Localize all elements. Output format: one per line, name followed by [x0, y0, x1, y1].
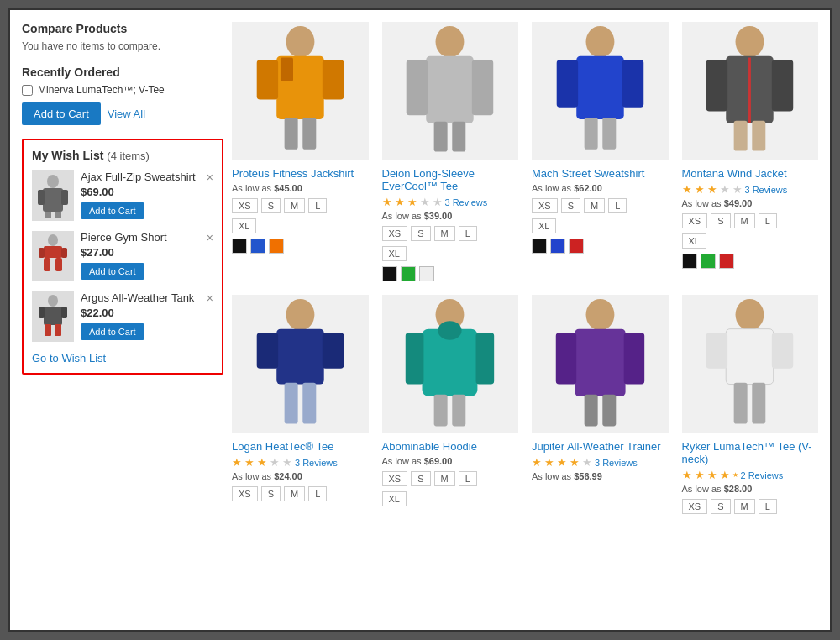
svg-rect-67	[734, 382, 748, 423]
color-white-1[interactable]	[419, 266, 434, 281]
size-m-0[interactable]: M	[284, 198, 305, 213]
svg-rect-1	[43, 188, 63, 212]
size-s-3[interactable]: S	[711, 213, 730, 228]
star-7-2: ★	[695, 469, 705, 481]
reviews-link-7[interactable]: 2 Reviews	[741, 470, 784, 480]
product-name-3[interactable]: Montana Wind Jacket	[682, 167, 819, 180]
size-options-3: XS S M L	[682, 213, 819, 228]
compare-section: Compare Products You have no items to co…	[22, 22, 223, 52]
wish-item-2-remove[interactable]: ×	[207, 231, 213, 244]
size-s-7[interactable]: S	[711, 499, 730, 514]
color-orange-0[interactable]	[269, 239, 284, 254]
price-label-0: As low as $45.00	[232, 183, 369, 193]
color-black-0[interactable]	[232, 239, 247, 254]
color-blue-2[interactable]	[550, 239, 565, 254]
product-image-1	[382, 22, 519, 160]
svg-rect-48	[284, 382, 297, 423]
size-xl-0[interactable]: XL	[232, 218, 256, 233]
size-xl-5[interactable]: XL	[382, 491, 407, 506]
svg-rect-16	[45, 324, 51, 336]
color-green-1[interactable]	[401, 266, 416, 281]
size-xs-4[interactable]: XS	[232, 486, 258, 501]
product-name-6[interactable]: Jupiter All-Weather Trainer	[532, 440, 669, 453]
star-4-5: ★	[282, 456, 292, 469]
svg-rect-7	[44, 246, 62, 258]
size-xl-2[interactable]: XL	[532, 218, 556, 233]
color-black-2[interactable]	[532, 239, 547, 254]
size-l-1[interactable]: L	[459, 226, 477, 241]
size-l-3[interactable]: L	[759, 213, 777, 228]
view-all-link[interactable]: View All	[108, 108, 145, 120]
wish-list-box: My Wish List (4 items)	[22, 139, 223, 375]
product-image-2	[532, 22, 669, 160]
size-xs-3[interactable]: XS	[682, 213, 708, 228]
wish-item-3-remove[interactable]: ×	[207, 291, 213, 305]
reviews-link-6[interactable]: 3 Reviews	[595, 458, 638, 468]
product-name-2[interactable]: Mach Street Sweatshirt	[532, 167, 669, 180]
stars-4: ★ ★ ★ ★ ★ 3 Reviews	[232, 456, 369, 469]
svg-rect-68	[753, 382, 766, 423]
svg-rect-53	[476, 333, 495, 384]
recently-ordered-item-name: Minerva LumaTech™; V-Tee	[38, 84, 165, 96]
size-l-2[interactable]: L	[608, 198, 627, 213]
product-name-7[interactable]: Ryker LumaTech™ Tee (V-neck)	[682, 440, 819, 465]
star-4-2: ★	[244, 456, 255, 469]
svg-rect-28	[472, 60, 493, 115]
color-red-3[interactable]	[719, 254, 734, 269]
color-black-1[interactable]	[382, 266, 397, 281]
size-l-4[interactable]: L	[308, 486, 327, 501]
wish-item-1-price: $69.00	[81, 186, 213, 198]
size-xl-3[interactable]: XL	[682, 233, 706, 249]
size-options-5: XS S M L	[382, 471, 519, 486]
size-xs-2[interactable]: XS	[532, 198, 558, 213]
size-s-0[interactable]: S	[261, 198, 281, 213]
wish-item-1-add-cart[interactable]: Add to Cart	[81, 202, 144, 219]
color-green-3[interactable]	[701, 254, 716, 269]
size-xs-7[interactable]: XS	[682, 499, 708, 514]
size-m-5[interactable]: M	[434, 471, 455, 486]
wish-item-2-add-cart[interactable]: Add to Cart	[81, 263, 144, 280]
product-name-0[interactable]: Proteus Fitness Jackshirt	[232, 167, 369, 180]
size-l-0[interactable]: L	[308, 198, 327, 213]
color-blue-0[interactable]	[250, 239, 265, 254]
size-m-3[interactable]: M	[734, 213, 755, 228]
size-m-1[interactable]: M	[434, 226, 455, 241]
product-name-1[interactable]: Deion Long-Sleeve EverCool™ Tee	[382, 167, 519, 192]
size-m-2[interactable]: M	[584, 198, 605, 213]
reviews-link-1[interactable]: 3 Reviews	[445, 197, 488, 207]
size-options-5b: XL	[382, 491, 519, 506]
size-m-7[interactable]: M	[734, 499, 755, 514]
price-label-6: As low as $56.99	[532, 471, 669, 481]
wish-item-1-remove[interactable]: ×	[207, 170, 213, 184]
wish-item-3-add-cart[interactable]: Add to Cart	[81, 323, 144, 340]
star-3-5: ★	[732, 183, 743, 196]
size-s-2[interactable]: S	[561, 198, 580, 213]
size-xs-1[interactable]: XS	[382, 226, 408, 241]
size-xs-5[interactable]: XS	[382, 471, 408, 486]
size-xs-0[interactable]: XS	[232, 198, 258, 213]
product-name-4[interactable]: Logan HeatTec® Tee	[232, 440, 369, 453]
svg-rect-2	[38, 190, 45, 205]
product-name-5[interactable]: Abominable Hoodie	[382, 440, 519, 453]
size-s-5[interactable]: S	[411, 471, 430, 486]
color-red-2[interactable]	[569, 239, 584, 254]
svg-rect-13	[44, 307, 62, 325]
wish-item-1-info: Ajax Full-Zip Sweatshirt $69.00 Add to C…	[81, 170, 213, 219]
size-s-4[interactable]: S	[261, 486, 281, 501]
size-l-5[interactable]: L	[459, 471, 477, 486]
color-black-3[interactable]	[682, 254, 697, 269]
size-m-4[interactable]: M	[284, 486, 305, 501]
go-to-wish-list-link[interactable]: Go to Wish List	[32, 352, 213, 365]
reviews-link-4[interactable]: 3 Reviews	[295, 458, 338, 468]
size-xl-1[interactable]: XL	[382, 246, 407, 261]
size-s-1[interactable]: S	[411, 226, 430, 241]
recently-ordered-checkbox[interactable]	[22, 85, 33, 96]
reviews-link-3[interactable]: 3 Reviews	[745, 185, 788, 195]
add-to-cart-button[interactable]: Add to Cart	[22, 102, 101, 125]
stars-7: ★ ★ ★ ★ ★ 2 Reviews	[682, 469, 819, 481]
svg-point-31	[585, 25, 614, 57]
star-3-1: ★	[682, 183, 692, 196]
size-l-7[interactable]: L	[759, 499, 777, 514]
svg-rect-11	[61, 248, 67, 258]
wish-item-2-name: Pierce Gym Short	[81, 231, 213, 244]
